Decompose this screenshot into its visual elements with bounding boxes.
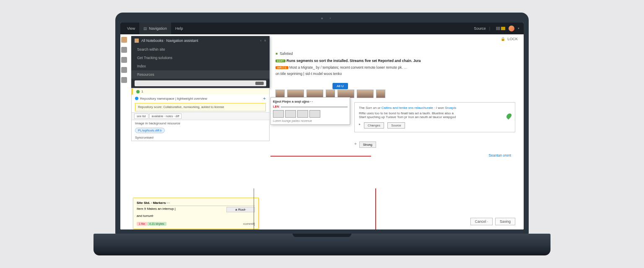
diff-link[interactable]: PL/sql/tools.diff.b xyxy=(135,128,165,133)
preview-thumbnail[interactable] xyxy=(273,110,284,118)
info-dot-icon xyxy=(135,97,138,100)
laptop-base xyxy=(93,234,551,255)
preview-thumbnail[interactable] xyxy=(285,110,296,118)
screen: View ▤ Navigation Help Source | ▾ xyxy=(120,23,524,229)
close-icon[interactable]: × xyxy=(264,39,266,43)
source-link[interactable]: Source xyxy=(474,26,486,31)
article: ■ Safetied EDIT Runs segments so sort th… xyxy=(275,51,515,78)
see-more-link[interactable]: Seantan orent xyxy=(489,153,511,157)
nav-item-resources[interactable]: Resources xyxy=(131,70,270,79)
branch-icon[interactable] xyxy=(121,57,127,63)
debug-icon[interactable] xyxy=(121,67,127,73)
edit-badge: EDIT xyxy=(275,59,286,62)
description-box: Repository score: Collaborative, nonwork… xyxy=(135,103,266,111)
toolbar-seelist[interactable]: see list xyxy=(134,113,148,119)
screen-bezel: View ▤ Navigation Help Source | ▾ xyxy=(115,13,529,234)
thumbnail[interactable] xyxy=(287,90,304,98)
tab-view[interactable]: View xyxy=(123,23,139,34)
nav-item-search[interactable]: Search within site xyxy=(131,45,270,54)
thumbnail[interactable] xyxy=(306,90,323,98)
preview-thumbnail[interactable] xyxy=(297,110,308,118)
thumbnail[interactable] xyxy=(326,90,335,98)
note-row: Image in background resource xyxy=(132,120,269,126)
source-button[interactable]: Source xyxy=(387,122,405,129)
notebook-icon[interactable] xyxy=(121,37,127,43)
divider-icon: | xyxy=(489,26,490,31)
detail-toolbar: see list available · notes · diff xyxy=(132,112,269,120)
dialog-footer: Cancel · Saving xyxy=(470,218,515,225)
changes-button[interactable]: Changes xyxy=(364,122,384,129)
tab-icon: ▤ xyxy=(143,26,147,31)
nav-item-index[interactable]: Index xyxy=(131,62,270,70)
cancel-button[interactable]: Cancel · xyxy=(470,218,493,225)
maximize-button[interactable] xyxy=(501,27,505,30)
pill-row: PL/sql/tools.diff.b xyxy=(132,126,269,134)
content-area: All Notebooks · Navigation assistant ‹ ×… xyxy=(120,34,524,229)
nav-panel: All Notebooks · Navigation assistant ‹ ×… xyxy=(131,36,270,88)
detail-panel: 1 Repository namespace | lightweight ove… xyxy=(131,88,270,141)
titlebar: View ▤ Navigation Help Source | ▾ xyxy=(120,23,524,34)
detail-title-row[interactable]: Repository namespace | lightweight overv… xyxy=(132,95,269,102)
commit-button[interactable]: commit] xyxy=(243,222,255,226)
status-dot-icon xyxy=(136,90,140,93)
filter-input[interactable] xyxy=(135,80,266,86)
settings-link[interactable]: Caltins and tenke xns relauchurate xyxy=(382,106,433,110)
card-title: Site Std. · Markers · · xyxy=(137,201,169,205)
marker-card: Site Std. · Markers · · Item 9 Makes an … xyxy=(133,198,259,229)
save-button[interactable]: Saving xyxy=(495,218,515,225)
toolbar-notes[interactable]: available · notes · diff xyxy=(149,113,182,119)
expand-icon[interactable]: ▸ xyxy=(359,122,361,129)
thumbnail[interactable] xyxy=(275,90,285,98)
panel-title: All Notebooks · Navigation assistant xyxy=(141,39,198,43)
minimize-button[interactable] xyxy=(496,27,500,30)
popup-footer: Lorem lounge padeo novenue xyxy=(273,119,348,122)
all-button[interactable]: All U xyxy=(332,83,348,89)
root-input[interactable]: a Root· xyxy=(226,207,255,212)
detail-header[interactable]: 1 xyxy=(132,88,269,95)
thumbnail[interactable] xyxy=(357,90,374,98)
file-tag: 1 file xyxy=(137,222,147,226)
extension-icon[interactable] xyxy=(121,77,127,83)
tab-help[interactable]: Help xyxy=(171,23,187,34)
thumbnail[interactable] xyxy=(376,90,385,98)
thumbnail[interactable] xyxy=(338,90,354,98)
preview-thumbnail[interactable] xyxy=(309,110,320,118)
popup-title: E|ject Ftnjre a seqt u|jno · · xyxy=(273,100,348,103)
size-tag: 4.21 kbytes xyxy=(147,222,166,226)
chevron-down-icon[interactable]: ▾ xyxy=(518,27,519,30)
search-icon[interactable] xyxy=(121,47,127,53)
info-card: The Sorr on or Caltins and tenke xns rel… xyxy=(354,102,515,132)
strung-chip[interactable]: Strung xyxy=(359,142,376,148)
len-label: LEN xyxy=(273,105,279,108)
connector-line xyxy=(254,188,375,229)
write-badge: WRITE xyxy=(275,66,288,69)
window-controls xyxy=(496,27,505,30)
plus-icon[interactable]: + xyxy=(263,96,266,101)
activity-bar xyxy=(121,35,128,203)
page-status: 🔒 LOCK xyxy=(501,37,518,41)
hinge-notch xyxy=(293,234,351,237)
sensor-icon xyxy=(330,18,331,19)
camera-icon xyxy=(321,18,323,19)
connector-line xyxy=(375,188,376,229)
bullet-icon: ■ xyxy=(275,51,278,57)
connector-line xyxy=(270,156,371,157)
panel-icon xyxy=(135,39,139,43)
inspector-popup: E|ject Ftnjre a seqt u|jno · · LEN Lorem… xyxy=(270,97,350,125)
tab-navigation[interactable]: ▤ Navigation xyxy=(139,23,171,34)
article-heading: Safetied xyxy=(280,51,293,57)
meta-row: Syncronised xyxy=(132,134,269,141)
plus-icon[interactable]: + xyxy=(354,142,357,148)
collapse-icon[interactable]: ‹ xyxy=(260,39,262,43)
ruler-line xyxy=(281,107,348,107)
nav-item-tracking[interactable]: Get Tracking solutions xyxy=(131,54,270,62)
pk-link[interactable]: … xyxy=(404,65,408,70)
groups-link[interactable]: Sroapis xyxy=(445,106,456,110)
laptop-frame: View ▤ Navigation Help Source | ▾ xyxy=(93,13,551,255)
lock-icon: 🔒 xyxy=(501,37,505,41)
avatar[interactable] xyxy=(509,26,514,31)
